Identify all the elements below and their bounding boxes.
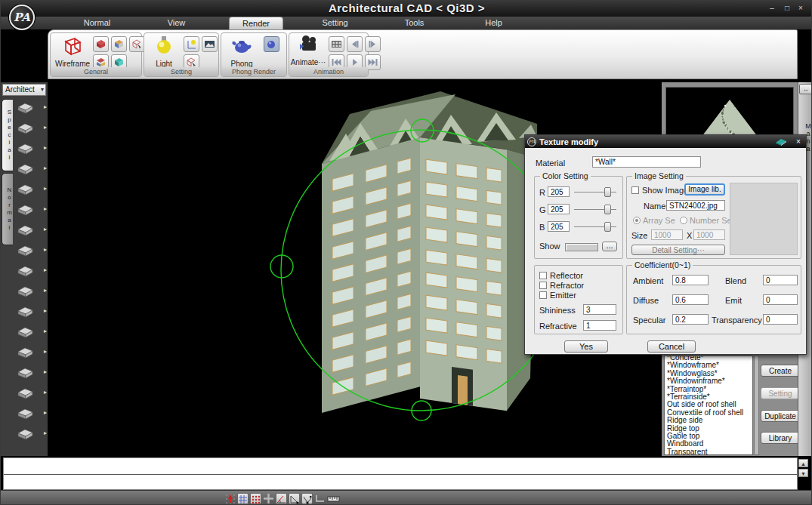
tab-tools[interactable]: Tools <box>375 17 454 29</box>
sidebar-tool-roof-gable[interactable]: ▸ <box>14 301 48 322</box>
emitter-checkbox[interactable] <box>539 291 547 299</box>
g-slider[interactable] <box>574 209 616 210</box>
g-field[interactable]: 205 <box>548 204 570 214</box>
material-field[interactable]: *Wall* <box>592 156 701 168</box>
tab-render[interactable]: Render <box>229 17 283 29</box>
triangle-snap-icon[interactable] <box>289 493 300 504</box>
sidebar-tool-axes[interactable]: ▸ <box>14 383 48 403</box>
pick-object-button[interactable] <box>129 36 145 52</box>
shininess-field[interactable]: 3 <box>583 304 616 315</box>
animate-button[interactable]: Animate··· <box>290 35 326 66</box>
library-button[interactable]: Library <box>761 432 800 444</box>
reflector-checkbox[interactable] <box>539 272 547 279</box>
transparency-field[interactable]: 0 <box>763 314 798 325</box>
specular-field[interactable]: 0.2 <box>672 314 709 325</box>
sidebar-tool-beam[interactable]: ▸ <box>14 342 48 362</box>
material-item[interactable]: Transparent <box>665 448 752 455</box>
sidebar-tab-normal[interactable]: Normal <box>2 173 13 245</box>
refractor-checkbox[interactable] <box>539 282 547 289</box>
step-forward-button[interactable] <box>365 36 381 52</box>
setting-button[interactable]: Setting <box>761 387 800 399</box>
film-strip-button[interactable] <box>329 36 344 52</box>
light-position-button[interactable] <box>184 36 199 52</box>
maximize-button[interactable]: □ <box>781 3 793 14</box>
perpendicular-icon[interactable] <box>314 493 326 504</box>
sidebar-tool-wall-door[interactable]: ▸ <box>14 159 48 179</box>
grid-blue-icon[interactable] <box>237 493 249 504</box>
command-row-1[interactable] <box>7 458 777 473</box>
sidebar-tool-wall-opening[interactable]: ▸ <box>14 199 48 220</box>
spin-down-button[interactable]: ▼ <box>798 469 808 477</box>
sidebar-tool-pergola[interactable]: ▸ <box>14 97 48 118</box>
b-field[interactable]: 205 <box>548 221 570 232</box>
minimize-button[interactable]: – <box>766 3 778 14</box>
image-name-field[interactable]: STN24002.jpg <box>666 200 725 211</box>
r-slider[interactable] <box>574 192 616 192</box>
b-slider-handle[interactable] <box>604 222 611 232</box>
phong-button[interactable]: Phong <box>224 35 259 68</box>
tab-help[interactable]: Help <box>454 17 533 29</box>
dialog-close-button[interactable]: × <box>793 137 804 146</box>
image-lib-button[interactable]: Image lib. <box>684 183 725 196</box>
phong-preview-button[interactable] <box>264 36 279 52</box>
snap-grid-arrow-icon[interactable] <box>224 493 236 504</box>
sidebar-tool-wall[interactable]: ▸ <box>14 118 48 138</box>
command-row-2[interactable] <box>7 475 777 490</box>
sidebar-tool-column[interactable]: ▸ <box>14 220 48 240</box>
sidebar-tool-balcony[interactable]: ▸ <box>14 362 48 383</box>
angle-measure-icon[interactable] <box>276 493 287 504</box>
color-picker-button[interactable]: ... <box>602 242 617 251</box>
tab-setting[interactable]: Setting <box>295 17 375 29</box>
sidebar-tool-wall-window[interactable]: ▸ <box>14 138 48 159</box>
tab-view[interactable]: View <box>137 17 216 29</box>
collapse-panel-button[interactable]: ↔ <box>799 84 812 94</box>
sidebar-tool-slab[interactable]: ▸ <box>14 240 48 260</box>
wireframe-button[interactable]: Wireframe <box>54 35 91 68</box>
detail-setting-button[interactable]: Detail Setting··· <box>631 245 725 255</box>
r-field[interactable]: 205 <box>548 186 570 197</box>
sidebar-tool-tree[interactable]: ▸ <box>14 403 48 423</box>
create-button[interactable]: Create <box>761 365 800 377</box>
size-width-field[interactable]: 1000 <box>651 229 683 240</box>
category-dropdown[interactable]: Architect ▾ <box>2 84 46 96</box>
step-back-button[interactable] <box>347 36 363 52</box>
sidebar-tool-door[interactable]: ▸ <box>14 179 48 199</box>
tab-normal[interactable]: Normal <box>57 17 137 29</box>
number-set-radio[interactable] <box>680 217 687 224</box>
diffuse-field[interactable]: 0.6 <box>672 294 709 305</box>
sidebar-tool-roof-hip[interactable]: ▸ <box>14 322 48 342</box>
refractive-field[interactable]: 1 <box>583 320 616 331</box>
sidebar-tab-special[interactable]: Special <box>2 99 13 171</box>
sidebar-tool-railing[interactable]: ▸ <box>14 281 48 301</box>
spin-up-button[interactable]: ▲ <box>798 459 808 467</box>
ruler-icon[interactable] <box>327 493 338 504</box>
dialog-title-bar[interactable]: PA Texture modify × <box>525 135 806 148</box>
emit-field[interactable]: 0 <box>763 294 798 305</box>
b-slider[interactable] <box>574 226 616 227</box>
sidebar-tool-furniture[interactable]: ▸ <box>14 423 48 444</box>
material-list-scrollbar[interactable] <box>754 356 759 455</box>
render-solid-button[interactable] <box>93 36 109 52</box>
cancel-button[interactable]: Cancel <box>647 340 696 353</box>
duplicate-button[interactable]: Duplicate <box>761 410 800 422</box>
close-button[interactable]: × <box>795 3 807 14</box>
render-texture-button[interactable] <box>111 36 127 52</box>
cross-icon[interactable] <box>263 493 274 504</box>
grid-red-icon[interactable] <box>250 493 261 504</box>
size-height-field[interactable]: 1000 <box>693 229 725 240</box>
ambient-field[interactable]: 0.8 <box>672 275 709 285</box>
light-button[interactable]: Light <box>147 35 181 68</box>
yes-button[interactable]: Yes <box>564 340 608 353</box>
library-book-icon[interactable] <box>775 135 787 149</box>
image-setting-group: Image Setting Show Image Image lib. Name… <box>626 176 801 259</box>
sidebar-tool-stairs[interactable]: ▸ <box>14 260 48 281</box>
g-slider-handle[interactable] <box>604 205 611 214</box>
background-image-button[interactable] <box>202 36 218 52</box>
blend-field[interactable]: 0 <box>763 275 798 285</box>
material-list[interactable]: *Concrete* *Windowframe* *Windowglass* *… <box>664 356 753 455</box>
array-set-radio[interactable] <box>633 217 641 224</box>
window-title: Architectural CAD < Qi3D > <box>1 2 812 14</box>
r-slider-handle[interactable] <box>604 187 611 197</box>
angle-point-icon[interactable] <box>301 493 313 504</box>
show-image-checkbox[interactable] <box>631 186 639 194</box>
